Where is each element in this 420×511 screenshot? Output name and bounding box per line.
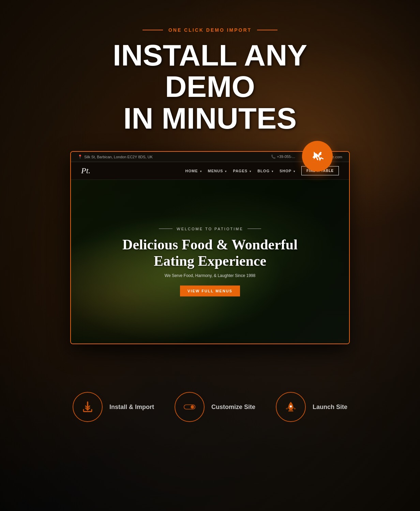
location-icon: 📍 bbox=[78, 155, 82, 159]
customize-icon-circle bbox=[175, 392, 205, 422]
rocket-icon bbox=[285, 401, 297, 413]
nav-home[interactable]: HOME ▾ bbox=[185, 169, 202, 173]
svg-point-5 bbox=[290, 406, 292, 408]
subtitle-text: ONE CLICK DEMO IMPORT bbox=[168, 27, 252, 33]
hero-subtitle: WELCOME TO PATIOTIME bbox=[177, 227, 243, 231]
site-hero: WELCOME TO PATIOTIME Delicious Food & Wo… bbox=[71, 180, 349, 344]
hero-title: Delicious Food & Wonderful Eating Experi… bbox=[122, 236, 298, 269]
nav-shop[interactable]: SHOP ▾ bbox=[280, 169, 295, 173]
features-section: Install & Import Customize Site bbox=[0, 371, 420, 449]
site-logo: Pt. bbox=[81, 166, 90, 175]
feature-launch: Launch Site bbox=[276, 392, 347, 422]
phone-info: 📞 +39-055-... bbox=[271, 155, 295, 159]
toggle-icon bbox=[183, 401, 196, 413]
hero-subtitle-line: WELCOME TO PATIOTIME bbox=[159, 227, 261, 231]
hero-cta-button[interactable]: VIEW FULL MENUS bbox=[180, 286, 240, 296]
launch-icon-circle bbox=[276, 392, 306, 422]
install-icon-circle bbox=[73, 392, 103, 422]
subtitle-line-left bbox=[142, 30, 163, 30]
hero-line-right bbox=[247, 229, 261, 229]
click-install-button[interactable] bbox=[302, 141, 333, 172]
cursor-click-icon bbox=[311, 150, 324, 162]
hero-content: WELCOME TO PATIOTIME Delicious Food & Wo… bbox=[122, 227, 298, 297]
top-section: ONE CLICK DEMO IMPORT INSTALL ANY DEMO I… bbox=[0, 0, 420, 371]
svg-rect-1 bbox=[85, 411, 91, 412]
hero-description: We Serve Food, Harmony, & Laughter Since… bbox=[165, 273, 255, 278]
feature-customize: Customize Site bbox=[175, 392, 255, 422]
nav-pages[interactable]: PAGES ▾ bbox=[233, 169, 251, 173]
phone-icon: 📞 bbox=[271, 155, 276, 159]
launch-label: Launch Site bbox=[313, 404, 347, 411]
nav-menus[interactable]: MENUS ▾ bbox=[208, 169, 227, 173]
download-icon bbox=[81, 401, 94, 413]
site-topbar-address: 📍 Silk St, Barbican, London EC2Y 8DS, UK bbox=[78, 155, 153, 159]
main-title: INSTALL ANY DEMO IN MINUTES bbox=[74, 40, 346, 134]
customize-label: Customize Site bbox=[211, 404, 255, 411]
demo-container: 📍 Silk St, Barbican, London EC2Y 8DS, UK… bbox=[70, 151, 350, 344]
nav-blog[interactable]: BLOG ▾ bbox=[257, 169, 273, 173]
hero-line-left bbox=[159, 229, 172, 229]
svg-point-4 bbox=[191, 405, 194, 409]
install-label: Install & Import bbox=[109, 404, 154, 411]
browser-frame: 📍 Silk St, Barbican, London EC2Y 8DS, UK… bbox=[70, 151, 350, 344]
main-title-line2: IN MINUTES bbox=[123, 101, 297, 135]
subtitle-line: ONE CLICK DEMO IMPORT bbox=[142, 27, 278, 33]
feature-install: Install & Import bbox=[73, 392, 154, 422]
subtitle-line-right bbox=[257, 30, 278, 30]
main-title-line1: INSTALL ANY DEMO bbox=[113, 38, 307, 103]
